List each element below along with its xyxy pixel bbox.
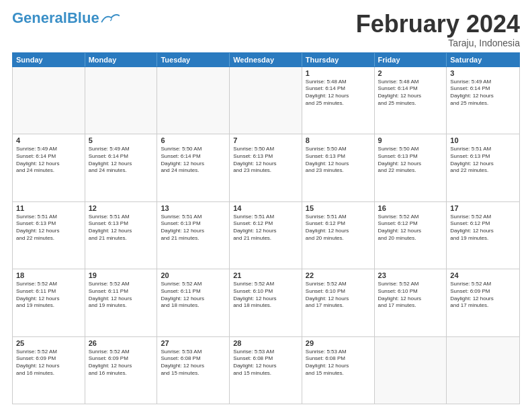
day-info: Sunrise: 5:52 AM Sunset: 6:10 PM Dayligh… bbox=[233, 281, 298, 310]
day-info: Sunrise: 5:51 AM Sunset: 6:13 PM Dayligh… bbox=[16, 214, 81, 242]
header-day-tuesday: Tuesday bbox=[157, 53, 230, 66]
day-number: 4 bbox=[16, 136, 81, 144]
day-cell-15: 15Sunrise: 5:51 AM Sunset: 6:12 PM Dayli… bbox=[302, 202, 375, 269]
calendar-body: 1Sunrise: 5:48 AM Sunset: 6:14 PM Daylig… bbox=[12, 67, 520, 404]
day-number: 21 bbox=[233, 271, 298, 279]
logo-text: GeneralBlue bbox=[12, 11, 99, 26]
day-info: Sunrise: 5:52 AM Sunset: 6:11 PM Dayligh… bbox=[16, 281, 81, 310]
day-number: 24 bbox=[450, 271, 516, 279]
day-cell-25: 25Sunrise: 5:52 AM Sunset: 6:09 PM Dayli… bbox=[13, 337, 85, 404]
day-cell-20: 20Sunrise: 5:52 AM Sunset: 6:11 PM Dayli… bbox=[157, 269, 230, 336]
page: GeneralBlue February 2024 Taraju, Indone… bbox=[0, 0, 532, 411]
day-number: 17 bbox=[450, 204, 516, 212]
header-day-sunday: Sunday bbox=[13, 53, 85, 66]
day-info: Sunrise: 5:52 AM Sunset: 6:09 PM Dayligh… bbox=[16, 349, 81, 377]
day-info: Sunrise: 5:51 AM Sunset: 6:12 PM Dayligh… bbox=[306, 214, 371, 242]
day-cell-17: 17Sunrise: 5:52 AM Sunset: 6:12 PM Dayli… bbox=[447, 202, 519, 269]
day-cell-empty bbox=[157, 67, 230, 134]
day-info: Sunrise: 5:53 AM Sunset: 6:08 PM Dayligh… bbox=[161, 349, 226, 377]
day-cell-9: 9Sunrise: 5:50 AM Sunset: 6:13 PM Daylig… bbox=[375, 134, 447, 201]
day-info: Sunrise: 5:52 AM Sunset: 6:09 PM Dayligh… bbox=[89, 349, 154, 377]
day-cell-8: 8Sunrise: 5:50 AM Sunset: 6:13 PM Daylig… bbox=[302, 134, 375, 201]
logo-part2: Blue bbox=[67, 9, 99, 26]
header-day-monday: Monday bbox=[85, 53, 158, 66]
month-title: February 2024 bbox=[356, 11, 520, 38]
week-row-4: 25Sunrise: 5:52 AM Sunset: 6:09 PM Dayli… bbox=[13, 337, 519, 404]
day-number: 2 bbox=[378, 69, 443, 77]
day-cell-28: 28Sunrise: 5:53 AM Sunset: 6:08 PM Dayli… bbox=[230, 337, 302, 404]
header-day-thursday: Thursday bbox=[302, 53, 375, 66]
calendar-header: SundayMondayTuesdayWednesdayThursdayFrid… bbox=[12, 52, 520, 67]
day-info: Sunrise: 5:53 AM Sunset: 6:08 PM Dayligh… bbox=[233, 349, 298, 377]
day-number: 13 bbox=[161, 204, 226, 212]
day-info: Sunrise: 5:50 AM Sunset: 6:13 PM Dayligh… bbox=[378, 146, 443, 175]
header-day-wednesday: Wednesday bbox=[230, 53, 302, 66]
day-info: Sunrise: 5:50 AM Sunset: 6:13 PM Dayligh… bbox=[233, 146, 298, 175]
day-info: Sunrise: 5:51 AM Sunset: 6:13 PM Dayligh… bbox=[161, 214, 226, 242]
day-info: Sunrise: 5:52 AM Sunset: 6:10 PM Dayligh… bbox=[378, 281, 443, 310]
day-number: 6 bbox=[161, 136, 226, 144]
logo-bird-icon bbox=[101, 12, 120, 24]
day-cell-22: 22Sunrise: 5:52 AM Sunset: 6:10 PM Dayli… bbox=[302, 269, 375, 336]
day-cell-12: 12Sunrise: 5:51 AM Sunset: 6:13 PM Dayli… bbox=[85, 202, 158, 269]
location: Taraju, Indonesia bbox=[356, 38, 520, 48]
day-cell-26: 26Sunrise: 5:52 AM Sunset: 6:09 PM Dayli… bbox=[85, 337, 158, 404]
title-block: February 2024 Taraju, Indonesia bbox=[356, 11, 520, 48]
day-cell-3: 3Sunrise: 5:49 AM Sunset: 6:14 PM Daylig… bbox=[447, 67, 519, 134]
day-info: Sunrise: 5:51 AM Sunset: 6:13 PM Dayligh… bbox=[89, 214, 154, 242]
logo: GeneralBlue bbox=[12, 11, 120, 26]
day-info: Sunrise: 5:51 AM Sunset: 6:13 PM Dayligh… bbox=[450, 146, 516, 175]
day-number: 11 bbox=[16, 204, 81, 212]
day-info: Sunrise: 5:49 AM Sunset: 6:14 PM Dayligh… bbox=[16, 146, 81, 175]
day-cell-18: 18Sunrise: 5:52 AM Sunset: 6:11 PM Dayli… bbox=[13, 269, 85, 336]
day-number: 10 bbox=[450, 136, 516, 144]
day-number: 22 bbox=[306, 271, 371, 279]
day-cell-27: 27Sunrise: 5:53 AM Sunset: 6:08 PM Dayli… bbox=[157, 337, 230, 404]
day-cell-empty bbox=[230, 67, 302, 134]
day-info: Sunrise: 5:48 AM Sunset: 6:14 PM Dayligh… bbox=[306, 79, 371, 107]
day-number: 7 bbox=[233, 136, 298, 144]
day-cell-empty bbox=[447, 337, 519, 404]
week-row-2: 11Sunrise: 5:51 AM Sunset: 6:13 PM Dayli… bbox=[13, 202, 519, 269]
day-info: Sunrise: 5:50 AM Sunset: 6:13 PM Dayligh… bbox=[306, 146, 371, 175]
day-cell-11: 11Sunrise: 5:51 AM Sunset: 6:13 PM Dayli… bbox=[13, 202, 85, 269]
day-number: 27 bbox=[161, 339, 226, 347]
day-number: 25 bbox=[16, 339, 81, 347]
header-day-friday: Friday bbox=[375, 53, 447, 66]
day-info: Sunrise: 5:53 AM Sunset: 6:08 PM Dayligh… bbox=[306, 349, 371, 377]
day-cell-16: 16Sunrise: 5:52 AM Sunset: 6:12 PM Dayli… bbox=[375, 202, 447, 269]
day-cell-24: 24Sunrise: 5:52 AM Sunset: 6:09 PM Dayli… bbox=[447, 269, 519, 336]
day-cell-29: 29Sunrise: 5:53 AM Sunset: 6:08 PM Dayli… bbox=[302, 337, 375, 404]
day-cell-empty bbox=[13, 67, 85, 134]
day-info: Sunrise: 5:52 AM Sunset: 6:09 PM Dayligh… bbox=[450, 281, 516, 310]
day-cell-1: 1Sunrise: 5:48 AM Sunset: 6:14 PM Daylig… bbox=[302, 67, 375, 134]
day-info: Sunrise: 5:52 AM Sunset: 6:10 PM Dayligh… bbox=[306, 281, 371, 310]
day-cell-empty bbox=[375, 337, 447, 404]
day-cell-21: 21Sunrise: 5:52 AM Sunset: 6:10 PM Dayli… bbox=[230, 269, 302, 336]
day-cell-13: 13Sunrise: 5:51 AM Sunset: 6:13 PM Dayli… bbox=[157, 202, 230, 269]
calendar: SundayMondayTuesdayWednesdayThursdayFrid… bbox=[12, 52, 520, 404]
day-cell-empty bbox=[85, 67, 158, 134]
day-number: 23 bbox=[378, 271, 443, 279]
day-number: 28 bbox=[233, 339, 298, 347]
header-day-saturday: Saturday bbox=[447, 53, 519, 66]
day-cell-23: 23Sunrise: 5:52 AM Sunset: 6:10 PM Dayli… bbox=[375, 269, 447, 336]
day-number: 16 bbox=[378, 204, 443, 212]
week-row-1: 4Sunrise: 5:49 AM Sunset: 6:14 PM Daylig… bbox=[13, 134, 519, 201]
day-cell-2: 2Sunrise: 5:48 AM Sunset: 6:14 PM Daylig… bbox=[375, 67, 447, 134]
day-cell-10: 10Sunrise: 5:51 AM Sunset: 6:13 PM Dayli… bbox=[447, 134, 519, 201]
day-info: Sunrise: 5:48 AM Sunset: 6:14 PM Dayligh… bbox=[378, 79, 443, 107]
day-cell-4: 4Sunrise: 5:49 AM Sunset: 6:14 PM Daylig… bbox=[13, 134, 85, 201]
day-number: 18 bbox=[16, 271, 81, 279]
day-cell-6: 6Sunrise: 5:50 AM Sunset: 6:14 PM Daylig… bbox=[157, 134, 230, 201]
day-number: 26 bbox=[89, 339, 154, 347]
day-number: 1 bbox=[306, 69, 371, 77]
day-number: 9 bbox=[378, 136, 443, 144]
day-cell-7: 7Sunrise: 5:50 AM Sunset: 6:13 PM Daylig… bbox=[230, 134, 302, 201]
week-row-3: 18Sunrise: 5:52 AM Sunset: 6:11 PM Dayli… bbox=[13, 269, 519, 336]
day-info: Sunrise: 5:50 AM Sunset: 6:14 PM Dayligh… bbox=[161, 146, 226, 175]
day-number: 14 bbox=[233, 204, 298, 212]
day-cell-5: 5Sunrise: 5:49 AM Sunset: 6:14 PM Daylig… bbox=[85, 134, 158, 201]
day-info: Sunrise: 5:52 AM Sunset: 6:12 PM Dayligh… bbox=[450, 214, 516, 242]
day-number: 15 bbox=[306, 204, 371, 212]
